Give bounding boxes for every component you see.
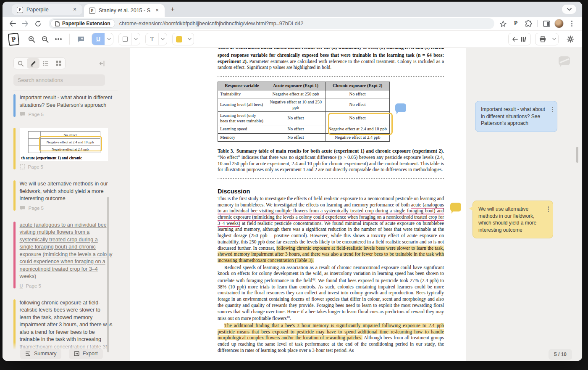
reload-button[interactable] (33, 18, 43, 29)
rectangle-tool-button[interactable] (119, 33, 131, 45)
print-dropdown[interactable] (550, 33, 558, 45)
more-tools-button[interactable] (52, 33, 64, 45)
address-bar-row: Paperpile Extension chrome-extension://b… (3, 17, 582, 30)
side-panel-icon (543, 21, 550, 27)
annotation-text: Important result - what about in differe… (20, 94, 113, 109)
toggle-comments-icon[interactable] (559, 56, 570, 65)
profile-avatar[interactable] (554, 18, 564, 29)
annotation-color-bar (13, 94, 16, 117)
collapse-panel-icon (99, 61, 105, 66)
page-indicator: 5 / 10 (549, 349, 572, 360)
comment-menu-icon[interactable] (552, 107, 554, 112)
tab-search-button[interactable] (562, 5, 576, 14)
arrow-right-icon (22, 21, 29, 26)
chevron-down-icon (107, 38, 111, 40)
thumbnails-mode-button[interactable] (52, 58, 65, 69)
underline-tool-dropdown[interactable] (105, 33, 113, 45)
annotation-meta: U Page 5 (20, 283, 113, 288)
annotation-card-comment-2[interactable]: We will use alternative methods in our f… (13, 180, 120, 211)
text-tool-button[interactable]: T (146, 33, 158, 45)
chevron-down-icon (161, 38, 165, 40)
area-selection-icon (20, 164, 25, 169)
rectangle-annotation[interactable] (328, 113, 393, 135)
comment-bubble-yellow-icon[interactable] (450, 203, 461, 211)
export-icon (74, 351, 79, 356)
table-header: Acute exposure (Expt 1) (266, 82, 326, 90)
tab-title: Stanley et al. 2015 - Sci. Rep. (99, 8, 150, 13)
print-button[interactable] (536, 33, 550, 45)
underline-icon: U (20, 283, 23, 288)
bookmark-star-button[interactable] (498, 18, 509, 29)
summary-button[interactable]: Summary (20, 349, 61, 359)
chevron-down-icon (188, 38, 192, 40)
magnifier-minus-icon (42, 36, 49, 43)
gear-icon (567, 35, 574, 43)
shape-tool-group (118, 33, 140, 45)
zoom-out-button[interactable] (39, 33, 51, 45)
printer-icon (539, 36, 546, 42)
new-tab-button[interactable]: + (167, 4, 178, 15)
annotation-page-label: Page 5 (28, 164, 43, 169)
forward-button[interactable] (20, 18, 30, 29)
browser-window: P Paperpile × P Stanley et al. 2015 - Sc… (3, 2, 582, 361)
extension-chip-label: Paperpile Extension (62, 21, 110, 26)
library-books-icon (521, 37, 527, 42)
sidebar-scrollbar[interactable] (107, 197, 109, 352)
extension-chip[interactable]: Paperpile Extension (50, 19, 115, 28)
summary-icon (25, 351, 31, 356)
discussion-heading: Discussion (218, 188, 444, 195)
back-to-library-button[interactable] (508, 33, 531, 45)
discussion-paragraph-2: Reduced speeds of learning an associatio… (218, 264, 444, 322)
tab-paperpile[interactable]: P Paperpile × (12, 4, 82, 15)
outline-mode-button[interactable] (39, 58, 52, 69)
discussion-paragraph-3: The additional finding that a bee's 3 ho… (218, 322, 444, 354)
search-mode-button[interactable] (14, 58, 27, 69)
annotations-mode-button[interactable] (27, 58, 39, 69)
divider (69, 34, 70, 45)
underline-tool-button[interactable]: U (92, 33, 105, 45)
annotation-card-underline[interactable]: acute (analogous to an individual bee vi… (13, 222, 120, 288)
dotted-separator (218, 76, 444, 77)
table2-caption: speed response variable for chronically … (218, 52, 444, 71)
annotation-color-bar (13, 180, 16, 211)
close-tab-icon[interactable]: × (71, 6, 78, 13)
collapse-sidebar-button[interactable] (99, 61, 105, 66)
settings-button[interactable] (564, 33, 576, 45)
margin-comment-yellow[interactable]: We will use alternative methods in our f… (472, 201, 553, 238)
export-button[interactable]: Export (69, 349, 102, 359)
side-panel-button[interactable] (541, 18, 552, 29)
pen-icon (30, 61, 36, 66)
back-button[interactable] (8, 18, 18, 29)
annotation-color-bar (13, 222, 16, 288)
viewer-scrollbar[interactable] (576, 147, 578, 163)
close-tab-icon[interactable]: × (154, 7, 160, 14)
add-comment-tool[interactable] (75, 33, 87, 45)
document-icon (55, 21, 60, 26)
margin-comment-blue[interactable]: Important result - what about in differe… (475, 101, 557, 132)
annotation-card-area[interactable]: No effect Negative effect at 2.4 and 10 … (13, 128, 120, 169)
browser-menu-button[interactable] (566, 18, 577, 29)
list-icon (43, 61, 49, 66)
annotation-list: Important result - what about in differe… (13, 91, 120, 361)
divider (13, 90, 118, 90)
zoom-in-button[interactable] (26, 33, 37, 45)
color-dropdown[interactable] (185, 33, 194, 45)
address-bar[interactable]: Paperpile Extension chrome-extension://b… (49, 18, 494, 29)
annotation-area-thumbnail: No effect Negative effect at 2.4 and 10 … (20, 128, 108, 161)
paperpile-extension-button[interactable]: P (510, 18, 521, 29)
puzzle-icon (525, 20, 532, 27)
tab-stanley-paper[interactable]: P Stanley et al. 2015 - Sci. Rep. × (84, 4, 165, 17)
paperpile-p-icon: P (514, 20, 518, 27)
color-swatch-button[interactable] (173, 33, 185, 45)
pdf-viewer: Table 2. Generalised linear mixed model … (129, 48, 582, 361)
annotation-text: acute (analogous to an individual bee vi… (20, 222, 113, 280)
shape-tool-dropdown[interactable] (131, 33, 140, 45)
annotation-meta: Page 5 (20, 112, 113, 117)
paperpile-logo[interactable]: P (8, 32, 20, 45)
text-tool-dropdown[interactable] (158, 33, 167, 45)
comment-bubble-blue-icon[interactable] (395, 103, 406, 112)
annotation-card-comment-1[interactable]: Important result - what about in differe… (13, 94, 120, 117)
search-annotations-input[interactable]: Search annotations (13, 74, 105, 86)
extensions-button[interactable] (523, 18, 534, 29)
comment-menu-icon[interactable] (548, 206, 549, 212)
